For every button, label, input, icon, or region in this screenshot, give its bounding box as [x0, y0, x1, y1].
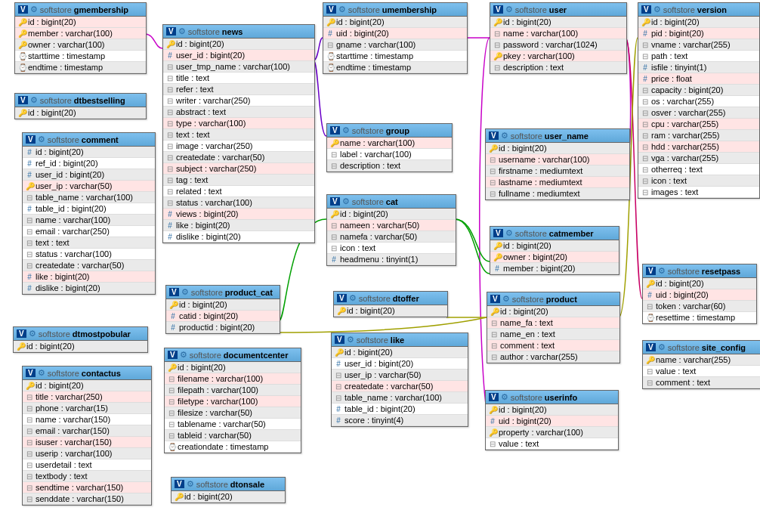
table-news[interactable]: V⚙softstore news🔑id : bigint(20)#user_id…	[162, 24, 315, 243]
column-row[interactable]: ⊟name : varchar(150)	[23, 414, 151, 425]
column-row[interactable]: ⊟userdetail : text	[23, 459, 151, 471]
column-row[interactable]: ⊟createdate : varchar(50)	[23, 260, 155, 271]
column-row[interactable]: 🔑owner : bigint(20)	[490, 252, 619, 263]
column-row[interactable]: 🔑id : bigint(20)	[487, 306, 619, 317]
column-row[interactable]: ⊟subject : varchar(250)	[163, 163, 314, 175]
column-row[interactable]: 🔑id : bigint(20)	[486, 143, 629, 154]
table-header[interactable]: V⚙softstore product	[487, 292, 619, 306]
table-header[interactable]: V⚙softstore like	[332, 333, 468, 347]
table-dtmostpobular[interactable]: V⚙softstore dtmostpobular🔑id : bigint(20…	[13, 326, 148, 353]
column-row[interactable]: 🔑id : bigint(20)	[323, 17, 467, 28]
column-row[interactable]: #table_id : bigint(20)	[332, 404, 468, 415]
table-documentcenter[interactable]: V⚙softstore documentcenter🔑id : bigint(2…	[164, 348, 301, 453]
column-row[interactable]: ⊟abstract : text	[163, 107, 314, 118]
gear-icon[interactable]: ⚙	[187, 479, 194, 489]
column-row[interactable]: 🔑name : varchar(255)	[643, 354, 760, 366]
column-row[interactable]: #uid : bigint(20)	[643, 289, 756, 301]
column-row[interactable]: ⊟fullname : mediumtext	[486, 188, 629, 200]
column-row[interactable]: #user_id : bigint(20)	[163, 50, 314, 61]
column-row[interactable]: 🔑property : varchar(100)	[486, 427, 618, 438]
column-row[interactable]: ⊟nameen : varchar(50)	[327, 220, 456, 231]
column-row[interactable]: #dislike : bigint(20)	[163, 231, 314, 243]
column-row[interactable]: ⊟sendtime : varchar(150)	[23, 482, 151, 493]
table-header[interactable]: V⚙softstore dtmostpobular	[14, 327, 147, 341]
column-row[interactable]: 🔑id : bigint(20)	[166, 299, 280, 311]
table-header[interactable]: V⚙softstore news	[163, 25, 314, 39]
column-row[interactable]: 🔑pkey : varchar(100)	[490, 51, 626, 62]
table-product[interactable]: V⚙softstore product🔑id : bigint(20)⊟name…	[487, 292, 620, 363]
gear-icon[interactable]: ⚙	[501, 392, 508, 402]
column-row[interactable]: 🔑user_ip : varchar(50)	[23, 181, 155, 192]
column-row[interactable]: ⊟hdd : varchar(255)	[638, 141, 759, 153]
column-row[interactable]: ⊟cpu : varchar(255)	[638, 119, 759, 130]
column-row[interactable]: 🔑id : bigint(20)	[332, 347, 468, 358]
table-like[interactable]: V⚙softstore like🔑id : bigint(20)#user_id…	[331, 332, 468, 427]
column-row[interactable]: ⊟filesize : varchar(50)	[165, 407, 301, 419]
column-row[interactable]: #table_id : bigint(20)	[23, 203, 155, 215]
column-row[interactable]: ⌚endtime : timestamp	[15, 62, 146, 73]
table-version[interactable]: V⚙softstore version🔑id : bigint(20)#pid …	[638, 2, 760, 199]
column-row[interactable]: ⊟filetype : varchar(100)	[165, 396, 301, 407]
gear-icon[interactable]: ⚙	[653, 5, 661, 14]
table-header[interactable]: V⚙softstore dtoffer	[334, 292, 447, 305]
column-row[interactable]: ⊟author : varchar(255)	[487, 351, 619, 363]
column-row[interactable]: ⊟name : varchar(100)	[23, 215, 155, 226]
column-row[interactable]: ⊟user_tmp_name : varchar(100)	[163, 61, 314, 73]
column-row[interactable]: ⊟os : varchar(255)	[638, 96, 759, 107]
table-header[interactable]: V⚙softstore comment	[23, 133, 155, 147]
column-row[interactable]: ⊟related : text	[163, 186, 314, 197]
gear-icon[interactable]: ⚙	[349, 293, 357, 303]
column-row[interactable]: 🔑id : bigint(20)	[643, 278, 756, 289]
column-row[interactable]: #uid : bigint(20)	[323, 28, 467, 39]
table-user_name[interactable]: V⚙softstore user_name🔑id : bigint(20)⊟us…	[485, 128, 630, 200]
gear-icon[interactable]: ⚙	[38, 368, 45, 378]
table-header[interactable]: V⚙softstore cat	[327, 195, 456, 209]
column-row[interactable]: #productid : bigint(20)	[166, 322, 280, 333]
column-row[interactable]: #pid : bigint(20)	[638, 28, 759, 39]
gear-icon[interactable]: ⚙	[338, 5, 346, 14]
table-header[interactable]: V⚙softstore gmembership	[15, 3, 146, 17]
column-row[interactable]: ⊟text : text	[163, 129, 314, 141]
table-header[interactable]: V⚙softstore userinfo	[486, 391, 618, 404]
column-row[interactable]: ⊟firstname : mediumtext	[486, 165, 629, 177]
table-dtbestselling[interactable]: V⚙softstore dtbestselling🔑id : bigint(20…	[14, 93, 147, 119]
column-row[interactable]: 🔑id : bigint(20)	[490, 17, 626, 28]
column-row[interactable]: 🔑id : bigint(20)	[334, 305, 447, 317]
table-header[interactable]: V⚙softstore catmember	[490, 227, 619, 240]
column-row[interactable]: ⊟title : text	[163, 73, 314, 84]
column-row[interactable]: ⊟token : varchar(60)	[643, 301, 756, 312]
table-header[interactable]: V⚙softstore dtbestselling	[15, 94, 146, 107]
column-row[interactable]: #catid : bigint(20)	[166, 311, 280, 322]
table-userinfo[interactable]: V⚙softstore userinfo🔑id : bigint(20)#uid…	[485, 390, 619, 450]
column-row[interactable]: ⊟path : text	[638, 51, 759, 62]
column-row[interactable]: ⊟capacity : bigint(20)	[638, 85, 759, 96]
column-row[interactable]: 🔑id : bigint(20)	[23, 380, 151, 391]
gear-icon[interactable]: ⚙	[181, 287, 189, 297]
gear-icon[interactable]: ⚙	[38, 135, 45, 144]
column-row[interactable]: ⊟value : text	[486, 438, 618, 450]
column-row[interactable]: 🔑id : bigint(20)	[327, 209, 456, 220]
column-row[interactable]: #id : bigint(20)	[23, 147, 155, 158]
column-row[interactable]: #uid : bigint(20)	[486, 416, 618, 427]
table-header[interactable]: V⚙softstore contactus	[23, 367, 151, 380]
column-row[interactable]: ⊟icon : text	[638, 175, 759, 187]
column-row[interactable]: ⌚creationdate : timestamp	[165, 441, 301, 453]
column-row[interactable]: ⊟lastname : mediumtext	[486, 177, 629, 188]
column-row[interactable]: ⌚endtime : timestamp	[323, 62, 467, 73]
column-row[interactable]: ⊟comment : text	[487, 340, 619, 351]
column-row[interactable]: ⌚starttime : timestamp	[323, 51, 467, 62]
gear-icon[interactable]: ⚙	[505, 228, 513, 238]
column-row[interactable]: #user_id : bigint(20)	[23, 169, 155, 181]
table-dtonsale[interactable]: V⚙softstore dtonsale🔑id : bigint(20)	[171, 477, 286, 503]
gear-icon[interactable]: ⚙	[30, 95, 38, 105]
column-row[interactable]: ⊟tablename : varchar(50)	[165, 419, 301, 430]
column-row[interactable]: #like : bigint(20)	[23, 271, 155, 283]
table-header[interactable]: V⚙softstore group	[327, 124, 452, 138]
gear-icon[interactable]: ⚙	[178, 26, 186, 36]
column-row[interactable]: ⊟comment : text	[643, 377, 760, 388]
table-header[interactable]: V⚙softstore site_config	[643, 341, 760, 354]
column-row[interactable]: ⊟tag : text	[163, 175, 314, 186]
column-row[interactable]: ⊟filepath : varchar(100)	[165, 385, 301, 396]
column-row[interactable]: ⊟username : varchar(100)	[486, 154, 629, 165]
column-row[interactable]: ⊟name_fa : text	[487, 317, 619, 329]
